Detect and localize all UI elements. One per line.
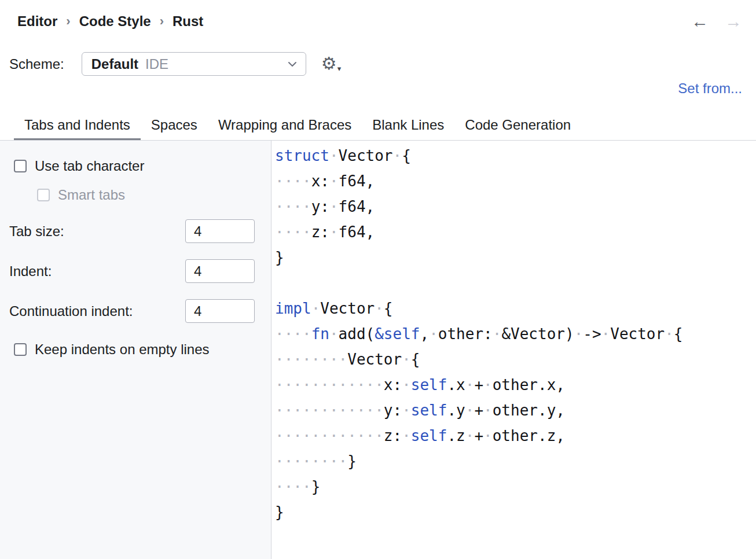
set-from-row: Set from... <box>0 80 756 99</box>
caret-down-icon: ▾ <box>337 64 342 73</box>
scheme-label: Scheme: <box>9 56 64 72</box>
breadcrumb-separator: › <box>66 14 70 29</box>
indent-row: Indent: <box>9 259 257 283</box>
code-line: ············y:·self.y·+·other.y, <box>275 398 756 423</box>
code-line: ····x:·f64, <box>275 168 756 194</box>
breadcrumb-item-code-style: Code Style <box>79 13 151 30</box>
scheme-dropdown[interactable]: Default IDE <box>82 52 306 76</box>
breadcrumb-item-editor: Editor <box>17 13 57 30</box>
tab-size-input[interactable] <box>185 219 255 243</box>
tab-blank-lines[interactable]: Blank Lines <box>362 112 454 140</box>
keep-indents-label: Keep indents on empty lines <box>35 341 210 358</box>
checkbox-icon <box>37 189 50 201</box>
use-tab-character-label: Use tab character <box>35 158 144 174</box>
code-style-tabs: Tabs and Indents Spaces Wrapping and Bra… <box>0 112 756 141</box>
tab-spaces[interactable]: Spaces <box>141 112 208 140</box>
code-line: impl·Vector·{ <box>275 296 756 321</box>
forward-arrow-icon[interactable]: → <box>725 12 742 31</box>
use-tab-character-checkbox[interactable]: Use tab character <box>14 158 257 174</box>
scheme-row: Scheme: Default IDE ⚙ ▾ <box>0 52 756 76</box>
code-line: ········} <box>275 448 756 474</box>
chevron-down-icon <box>287 61 298 68</box>
code-line: } <box>275 245 756 270</box>
breadcrumb-separator: › <box>160 14 164 29</box>
smart-tabs-label: Smart tabs <box>58 187 125 203</box>
code-line <box>275 270 756 296</box>
breadcrumb-item-rust: Rust <box>173 13 203 30</box>
continuation-indent-input[interactable] <box>185 299 255 323</box>
scheme-selected-detail: IDE <box>145 56 168 72</box>
set-from-link[interactable]: Set from... <box>678 80 742 96</box>
tab-size-label: Tab size: <box>9 223 185 240</box>
code-line: ············x:·self.x·+·other.x, <box>275 372 756 398</box>
header-row: Editor › Code Style › Rust ← → <box>0 12 756 31</box>
continuation-indent-label: Continuation indent: <box>9 303 185 319</box>
tab-code-generation[interactable]: Code Generation <box>454 112 581 140</box>
code-line: ········Vector·{ <box>275 347 756 372</box>
breadcrumb: Editor › Code Style › Rust <box>17 13 203 30</box>
keep-indents-on-empty-lines-checkbox[interactable]: Keep indents on empty lines <box>14 341 257 358</box>
tab-tabs-and-indents[interactable]: Tabs and Indents <box>14 112 141 140</box>
indent-options-panel: Use tab character Smart tabs Tab size: I… <box>0 141 271 559</box>
code-line: ····} <box>275 474 756 499</box>
history-navigation: ← → <box>691 12 742 31</box>
continuation-indent-row: Continuation indent: <box>9 299 257 323</box>
code-preview: struct·Vector·{····x:·f64,····y:·f64,···… <box>271 141 756 559</box>
tab-wrapping-and-braces[interactable]: Wrapping and Braces <box>208 112 362 140</box>
tab-content: Use tab character Smart tabs Tab size: I… <box>0 141 756 559</box>
back-arrow-icon[interactable]: ← <box>691 12 709 31</box>
checkbox-icon <box>14 343 27 356</box>
checkbox-icon <box>14 160 27 172</box>
code-line: ············z:·self.z·+·other.z, <box>275 423 756 448</box>
code-line: ····y:·f64, <box>275 194 756 219</box>
indent-label: Indent: <box>9 263 185 280</box>
gear-icon: ⚙ <box>321 55 337 72</box>
code-line: } <box>275 499 756 525</box>
smart-tabs-checkbox[interactable]: Smart tabs <box>37 187 257 203</box>
code-line: ····z:·f64, <box>275 219 756 245</box>
indent-input[interactable] <box>185 259 255 283</box>
code-line: ····fn·add(&self,·other:·&Vector)·->·Vec… <box>275 321 756 347</box>
tab-size-row: Tab size: <box>9 219 257 243</box>
scheme-actions-button[interactable]: ⚙ ▾ <box>321 55 341 73</box>
code-style-settings-page: Editor › Code Style › Rust ← → Scheme: D… <box>0 0 756 559</box>
scheme-selected-value: Default <box>91 56 138 72</box>
code-line: struct·Vector·{ <box>275 143 756 168</box>
